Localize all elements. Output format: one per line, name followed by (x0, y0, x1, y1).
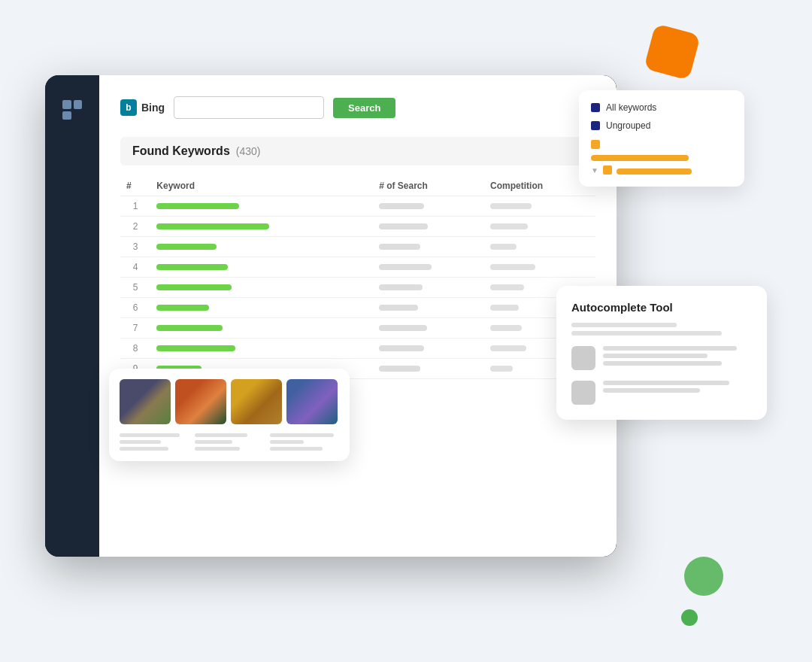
img-football (120, 379, 171, 424)
table-row: 7 (120, 318, 595, 339)
sidebar-grid-icon[interactable] (56, 93, 89, 126)
cell-searches (373, 318, 484, 339)
auto-line-2-1 (603, 381, 729, 385)
cell-num: 2 (120, 217, 150, 237)
card-bottom-lines (120, 433, 339, 451)
cell-num: 3 (120, 237, 150, 257)
card-line-col-1 (120, 433, 189, 451)
cell-searches (373, 257, 484, 278)
card-line-2-2 (195, 440, 232, 444)
table-row: 3 (120, 237, 595, 257)
img-parade (231, 379, 282, 424)
grid-cell-4 (74, 111, 83, 120)
images-row (120, 379, 339, 424)
found-keywords-count: (430) (236, 145, 261, 157)
auto-thumb-1 (571, 346, 595, 370)
search-input[interactable] (174, 96, 324, 119)
card-line-1-1 (120, 433, 180, 437)
cell-num: 8 (120, 339, 150, 359)
right-panel: All keywords Ungrouped ▼ (579, 90, 744, 187)
card-line-3-3 (270, 447, 323, 451)
card-line-3-2 (270, 440, 304, 444)
cell-keyword (150, 257, 373, 278)
cell-keyword (150, 298, 373, 318)
folder-orange-2-icon (603, 166, 612, 175)
cell-keyword (150, 278, 373, 298)
panel-item-ungrouped[interactable]: Ungrouped (591, 120, 732, 131)
blob-green-small (681, 609, 698, 626)
auto-line-1-1 (603, 346, 737, 351)
cell-num: 1 (120, 196, 150, 217)
grid-cell-2 (74, 100, 83, 109)
table-row: 1 (120, 196, 595, 217)
table-row: 6 (120, 298, 595, 318)
found-keywords-title: Found Keywords (132, 144, 230, 158)
panel-bar-1[interactable] (591, 138, 732, 161)
panel-bar-orange-1 (591, 155, 689, 161)
auto-item-2 (571, 381, 752, 405)
cell-searches (373, 339, 484, 359)
blob-green-bottomright (684, 557, 723, 596)
auto-line-1-3 (603, 361, 722, 366)
auto-lines-2 (603, 381, 752, 396)
cell-keyword (150, 217, 373, 237)
card-line-2-1 (195, 433, 247, 437)
bing-letter: b (126, 102, 131, 113)
cell-competition (484, 217, 595, 237)
cell-keyword (150, 196, 373, 217)
grid-cell-3 (62, 111, 71, 120)
table-row: 5 (120, 278, 595, 298)
keywords-table: # Keyword # of Search Competition 1 2 (120, 176, 595, 379)
cell-searches (373, 237, 484, 257)
cell-competition (484, 257, 595, 278)
auto-item-1 (571, 346, 752, 370)
table-row: 4 (120, 257, 595, 278)
cell-searches (373, 217, 484, 237)
cell-keyword (150, 339, 373, 359)
auto-lines-1 (603, 346, 752, 369)
card-line-col-2 (195, 433, 264, 451)
auto-line-1-2 (603, 354, 707, 358)
panel-bar-2-row[interactable]: ▼ (591, 166, 732, 175)
table-row: 2 (120, 217, 595, 237)
folder-orange-1-icon (591, 140, 600, 149)
found-keywords-header: Found Keywords (430) (120, 137, 595, 166)
auto-desc-line-1 (571, 323, 677, 327)
img-motocross (286, 379, 338, 424)
card-line-1-3 (120, 447, 168, 451)
panel-ungrouped-label: Ungrouped (606, 120, 650, 131)
cell-searches (373, 196, 484, 217)
sidebar (45, 75, 99, 557)
cell-keyword (150, 237, 373, 257)
cell-num: 7 (120, 318, 150, 339)
cell-searches (373, 298, 484, 318)
auto-thumb-2 (571, 381, 595, 405)
auto-line-2-2 (603, 388, 700, 393)
cell-keyword (150, 318, 373, 339)
cell-competition (484, 237, 595, 257)
folder-all-icon (591, 103, 600, 112)
panel-item-all-keywords[interactable]: All keywords (591, 102, 732, 113)
img-basketball (175, 379, 226, 424)
bing-icon: b (120, 99, 137, 116)
cell-num: 6 (120, 298, 150, 318)
bing-logo: b Bing (120, 99, 165, 116)
blob-orange-rect (644, 23, 701, 80)
col-header-num: # (120, 176, 150, 196)
panel-all-keywords-label: All keywords (606, 102, 656, 113)
app-shell: b Bing Search Found Keywords (430) # Key… (45, 75, 617, 557)
card-line-3-1 (270, 433, 334, 437)
col-header-searches: # of Search (373, 176, 484, 196)
cell-searches (373, 359, 484, 379)
main-content: b Bing Search Found Keywords (430) # Key… (99, 75, 617, 557)
search-button[interactable]: Search (333, 98, 395, 118)
card-line-1-2 (120, 440, 161, 444)
table-row: 8 (120, 339, 595, 359)
cell-competition (484, 196, 595, 217)
folder-ungrouped-icon (591, 121, 600, 130)
auto-desc-line-2 (571, 331, 722, 336)
images-card (109, 369, 350, 461)
cell-num: 4 (120, 257, 150, 278)
col-header-keyword: Keyword (150, 176, 373, 196)
grid-cell-1 (62, 100, 71, 109)
